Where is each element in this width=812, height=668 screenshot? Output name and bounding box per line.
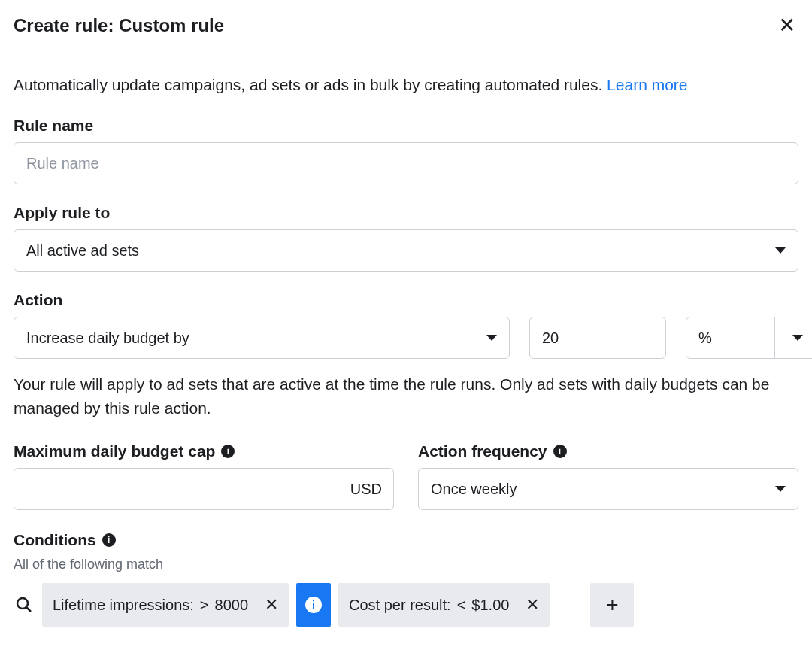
page-title: Create rule: Custom rule — [14, 15, 224, 36]
budget-cap-label: Maximum daily budget cap i — [14, 442, 394, 460]
chevron-down-icon — [775, 247, 786, 254]
frequency-value: Once weekly — [431, 481, 517, 498]
action-note: Your rule will apply to ad sets that are… — [14, 372, 798, 420]
condition-op: > — [200, 597, 209, 614]
budget-cap-label-text: Maximum daily budget cap — [14, 442, 215, 460]
frequency-select[interactable]: Once weekly — [418, 468, 798, 510]
action-value-label: Increase daily budget by — [26, 329, 189, 347]
info-icon[interactable]: i — [553, 445, 567, 458]
search-icon[interactable] — [14, 596, 35, 614]
conditions-label-text: Conditions — [14, 531, 96, 549]
chevron-down-icon — [775, 486, 786, 492]
condition-chip[interactable]: Cost per result: < $1.00 ✕ — [338, 583, 550, 627]
frequency-label: Action frequency i — [418, 442, 798, 460]
info-icon: i — [305, 597, 322, 613]
conditions-label: Conditions i — [14, 531, 798, 549]
intro-body: Automatically update campaigns, ad sets … — [14, 76, 607, 93]
info-icon[interactable]: i — [221, 445, 235, 458]
apply-to-select[interactable]: All active ad sets — [14, 229, 798, 272]
budget-cap-input[interactable] — [14, 468, 394, 510]
apply-to-label: Apply rule to — [14, 204, 798, 222]
remove-condition-icon[interactable]: ✕ — [265, 595, 278, 615]
condition-metric: Cost per result: — [349, 597, 451, 614]
condition-value: 8000 — [215, 597, 249, 614]
action-unit-value: % — [686, 317, 775, 358]
condition-metric: Lifetime impressions: — [53, 597, 194, 614]
close-icon[interactable]: ✕ — [775, 12, 798, 39]
rule-name-label: Rule name — [14, 117, 798, 135]
frequency-label-text: Action frequency — [418, 442, 547, 460]
action-label: Action — [14, 291, 798, 309]
chevron-down-icon — [792, 335, 803, 341]
add-condition-button[interactable]: + — [590, 583, 634, 627]
apply-to-value: All active ad sets — [26, 242, 139, 260]
action-unit-group: % — [686, 317, 812, 359]
condition-chip[interactable]: Lifetime impressions: > 8000 ✕ — [42, 583, 289, 627]
learn-more-link[interactable]: Learn more — [607, 76, 687, 93]
intro-text: Automatically update campaigns, ad sets … — [14, 74, 798, 96]
remove-condition-icon[interactable]: ✕ — [526, 595, 539, 615]
action-unit-select[interactable] — [775, 317, 812, 358]
currency-label: USD — [350, 481, 382, 498]
chevron-down-icon — [486, 335, 497, 341]
rule-name-input[interactable] — [14, 142, 798, 184]
conditions-sublabel: All of the following match — [14, 557, 798, 572]
condition-value: $1.00 — [471, 597, 509, 614]
svg-point-0 — [17, 598, 28, 609]
action-select[interactable]: Increase daily budget by — [14, 317, 510, 359]
action-amount-input[interactable] — [529, 317, 666, 359]
svg-line-1 — [26, 607, 31, 612]
condition-op: < — [457, 597, 466, 614]
condition-info-button[interactable]: i — [296, 583, 331, 627]
info-icon[interactable]: i — [102, 533, 116, 547]
